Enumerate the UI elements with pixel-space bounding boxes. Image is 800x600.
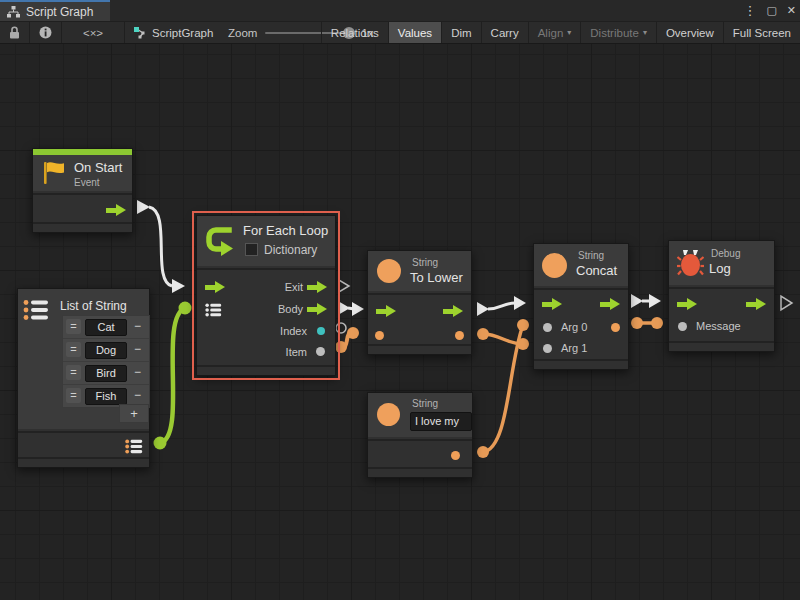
node-to-lower[interactable]: String To Lower xyxy=(367,250,472,355)
dictionary-checkbox[interactable] xyxy=(245,243,258,256)
distribute-button[interactable]: Distribute ▾ xyxy=(580,22,656,43)
list-item-row: = Bird − xyxy=(63,362,149,385)
node-title: Concat xyxy=(576,263,617,278)
arg0-label: Arg 0 xyxy=(561,321,587,333)
toolbar: <×> ScriptGraph Zoom 1x Relations Values… xyxy=(0,21,800,44)
node-concat[interactable]: String Concat Arg 0 Arg 1 xyxy=(533,243,629,370)
string-type-icon xyxy=(377,259,401,283)
carry-label: Carry xyxy=(491,27,519,39)
titlebar: Script Graph ⋮ ▢ ✕ xyxy=(0,0,800,21)
node-title: On Start xyxy=(74,160,122,175)
relations-label: Relations xyxy=(331,27,379,39)
list-output-port[interactable] xyxy=(125,439,143,454)
zoom-label: Zoom xyxy=(228,27,257,39)
remove-item-button[interactable]: − xyxy=(130,388,145,403)
dim-label: Dim xyxy=(451,27,471,39)
body-port-label: Body xyxy=(278,303,303,315)
chevron-down-icon: ▾ xyxy=(567,28,571,37)
flow-input-port[interactable] xyxy=(677,298,697,311)
overview-button[interactable]: Overview xyxy=(656,22,723,43)
node-title: Log xyxy=(709,261,731,276)
string-type-icon xyxy=(377,403,400,426)
drag-handle-icon[interactable]: = xyxy=(66,319,81,334)
string-output-port[interactable] xyxy=(455,331,464,340)
script-graph-window: Script Graph ⋮ ▢ ✕ xyxy=(0,0,800,600)
arg1-label: Arg 1 xyxy=(561,342,587,354)
add-item-button[interactable]: + xyxy=(119,404,149,423)
flow-output-port[interactable] xyxy=(443,305,463,318)
graph-name[interactable]: ScriptGraph xyxy=(133,22,213,43)
string-output-port[interactable] xyxy=(451,451,460,460)
node-category: String xyxy=(578,250,604,261)
item-port-label: Item xyxy=(286,346,307,358)
window-menu-icon[interactable]: ⋮ xyxy=(743,0,756,21)
lock-icon xyxy=(9,26,20,39)
close-icon[interactable]: ✕ xyxy=(787,0,796,21)
code-view-button[interactable]: <×> xyxy=(62,22,125,43)
index-port-label: Index xyxy=(280,325,307,337)
flow-output-port[interactable] xyxy=(600,298,620,311)
bug-icon xyxy=(677,248,704,277)
list-icon xyxy=(23,299,49,321)
node-category: Debug xyxy=(711,248,740,259)
list-item-input[interactable]: Bird xyxy=(85,365,127,382)
flow-input-port[interactable] xyxy=(376,305,396,318)
node-for-each-loop[interactable]: For Each Loop Dictionary Exit Body Index… xyxy=(196,215,336,376)
node-on-start[interactable]: On Start Event xyxy=(32,148,133,233)
info-icon xyxy=(39,26,52,39)
message-label: Message xyxy=(696,320,741,332)
fullscreen-button[interactable]: Full Screen xyxy=(723,22,800,43)
maximize-icon[interactable]: ▢ xyxy=(766,0,776,21)
arg0-input-port[interactable] xyxy=(543,323,552,332)
item-output-port[interactable] xyxy=(316,347,325,356)
overview-label: Overview xyxy=(666,27,714,39)
info-button[interactable] xyxy=(30,22,62,43)
flow-input-port[interactable] xyxy=(542,298,562,311)
loop-icon xyxy=(205,225,237,257)
carry-button[interactable]: Carry xyxy=(481,22,528,43)
dictionary-label: Dictionary xyxy=(264,243,317,257)
body-output-port[interactable] xyxy=(307,303,327,316)
node-list-of-string[interactable]: List of String = Cat − = Dog − = Bird − xyxy=(17,288,150,468)
values-button[interactable]: Values xyxy=(388,22,441,43)
list-item-row: = Cat − xyxy=(63,316,149,339)
list-item-row: = Dog − xyxy=(63,339,149,362)
lock-button[interactable] xyxy=(0,22,30,43)
list-item-input[interactable]: Dog xyxy=(85,342,127,359)
values-label: Values xyxy=(398,27,432,39)
result-output-port[interactable] xyxy=(611,323,620,332)
tab-title: Script Graph xyxy=(26,5,93,19)
node-debug-log[interactable]: Debug Log Message xyxy=(668,240,775,352)
list-input-port[interactable] xyxy=(205,303,222,317)
exit-port-label: Exit xyxy=(285,281,303,293)
list-item-input[interactable]: Cat xyxy=(85,319,127,336)
graph-name-label: ScriptGraph xyxy=(152,27,213,39)
remove-item-button[interactable]: − xyxy=(130,365,145,380)
index-output-port[interactable] xyxy=(317,327,325,335)
string-value-input[interactable]: I love my xyxy=(410,412,472,431)
node-title: To Lower xyxy=(410,270,463,285)
align-button[interactable]: Align ▾ xyxy=(528,22,581,43)
list-item-input[interactable]: Fish xyxy=(85,388,127,405)
fullscreen-label: Full Screen xyxy=(733,27,791,39)
drag-handle-icon[interactable]: = xyxy=(66,388,81,403)
code-view-label: <×> xyxy=(83,27,103,39)
distribute-label: Distribute xyxy=(590,27,639,39)
flow-input-port[interactable] xyxy=(205,281,225,294)
exit-output-port[interactable] xyxy=(307,281,327,294)
remove-item-button[interactable]: − xyxy=(130,319,145,334)
node-title: List of String xyxy=(60,299,127,313)
arg1-input-port[interactable] xyxy=(543,344,552,353)
chevron-down-icon: ▾ xyxy=(643,28,647,37)
flow-output-port[interactable] xyxy=(746,298,766,311)
relations-button[interactable]: Relations xyxy=(321,22,388,43)
dim-button[interactable]: Dim xyxy=(441,22,480,43)
drag-handle-icon[interactable]: = xyxy=(66,342,81,357)
drag-handle-icon[interactable]: = xyxy=(66,365,81,380)
message-input-port[interactable] xyxy=(678,322,687,331)
node-string-literal[interactable]: String I love my xyxy=(367,392,473,478)
trigger-output-port[interactable] xyxy=(106,204,126,217)
string-input-port[interactable] xyxy=(375,331,384,340)
remove-item-button[interactable]: − xyxy=(130,342,145,357)
tab-script-graph[interactable]: Script Graph xyxy=(0,0,110,21)
